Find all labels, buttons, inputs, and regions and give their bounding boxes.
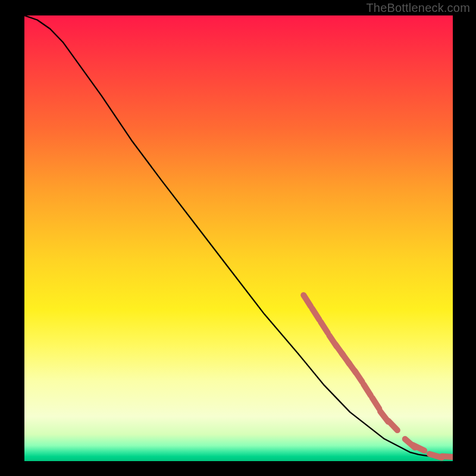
marker-point (389, 421, 397, 430)
plot-svg (24, 15, 453, 461)
curve-layer (24, 15, 453, 457)
plot-area (24, 15, 453, 461)
marker-point (364, 384, 371, 396)
marker-point (321, 322, 328, 333)
marker-point (442, 456, 453, 457)
marker-point (303, 295, 311, 306)
marker-point (372, 397, 379, 409)
bottleneck-curve (24, 15, 453, 457)
chart-frame: TheBottleneck.com (0, 0, 476, 476)
watermark-text: TheBottleneck.com (366, 1, 470, 15)
marker-point (312, 308, 320, 320)
marker-point (355, 371, 362, 381)
marker-layer (303, 295, 453, 458)
